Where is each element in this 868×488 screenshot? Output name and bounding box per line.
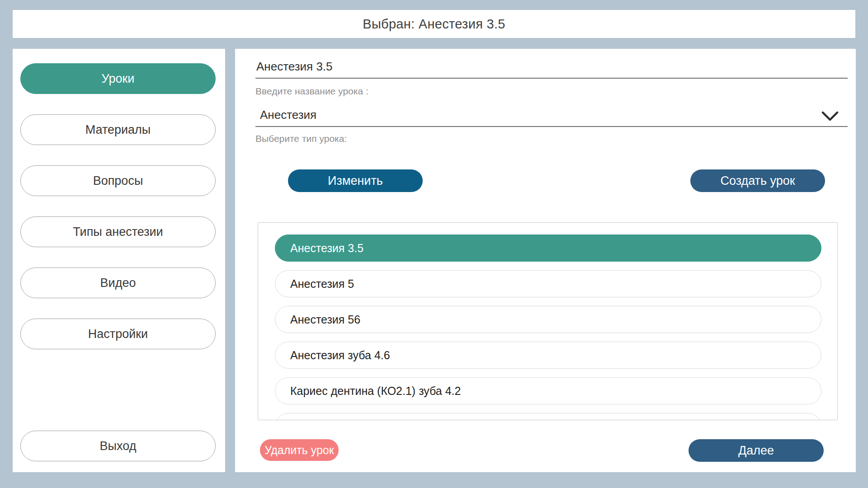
lesson-list-item[interactable]: [275, 413, 821, 420]
lesson-type-helper: Выберите тип урока:: [255, 133, 347, 144]
lesson-list-item[interactable]: Анестезия 3.5: [275, 235, 821, 262]
app-window: Выбран: Анестезия 3.5 УрокиМатериалыВопр…: [0, 0, 868, 488]
lesson-name-input[interactable]: Анестезия 3.5: [255, 60, 848, 79]
exit-button-wrap: Выход: [20, 431, 216, 461]
create-lesson-button[interactable]: Создать урок: [690, 169, 825, 192]
top-status-bar: Выбран: Анестезия 3.5: [13, 10, 855, 38]
lesson-name-helper: Введите название урока :: [255, 86, 368, 97]
lesson-list-item[interactable]: Анестезия зуба 4.6: [275, 342, 821, 369]
lesson-type-value: Анестезия: [255, 108, 848, 126]
edit-button[interactable]: Изменить: [288, 169, 423, 192]
selected-lesson-status: Выбран: Анестезия 3.5: [363, 17, 505, 32]
sidebar-nav: УрокиМатериалыВопросыТипы анестезииВидео…: [20, 63, 216, 349]
delete-lesson-button[interactable]: Удалить урок: [260, 439, 339, 461]
lesson-list-item[interactable]: Анестезия 56: [275, 306, 821, 333]
chevron-down-icon: [821, 111, 839, 122]
sidebar-item[interactable]: Настройки: [20, 319, 216, 349]
sidebar-item[interactable]: Типы анестезии: [20, 216, 216, 247]
sidebar-item[interactable]: Уроки: [20, 63, 216, 94]
sidebar-item[interactable]: Видео: [20, 267, 216, 298]
lesson-list-item[interactable]: Анестезия 5: [275, 270, 821, 297]
lesson-list-item[interactable]: Кариес дентина (КО2.1) зуба 4.2: [275, 377, 821, 404]
lesson-list: Анестезия 3.5Анестезия 5Анестезия 56Анес…: [258, 222, 838, 420]
main-panel: Анестезия 3.5 Введите название урока : А…: [235, 49, 856, 472]
sidebar-item[interactable]: Вопросы: [20, 165, 216, 196]
next-button[interactable]: Далее: [689, 439, 824, 462]
lesson-type-select[interactable]: Анестезия: [255, 108, 848, 127]
sidebar: УрокиМатериалыВопросыТипы анестезииВидео…: [13, 49, 225, 472]
lesson-name-value: Анестезия 3.5: [255, 60, 848, 78]
exit-button[interactable]: Выход: [20, 431, 216, 461]
sidebar-item[interactable]: Материалы: [20, 114, 216, 145]
